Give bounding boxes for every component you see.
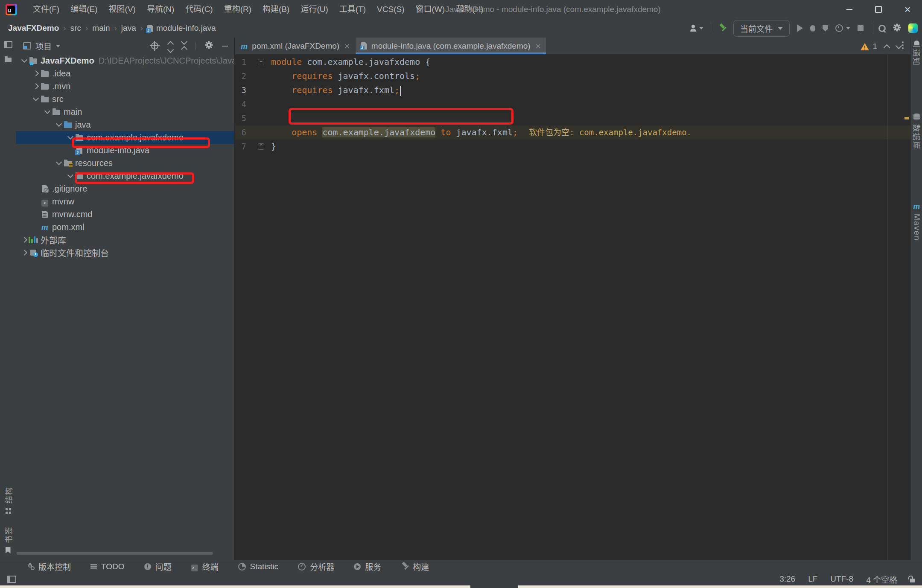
collapse-all-icon[interactable] [182,41,187,52]
chevron-down-icon[interactable] [21,57,27,63]
tree-row[interactable]: .idea [16,67,234,80]
tree-row[interactable]: mvnw.cmd [16,208,234,221]
expand-all-icon[interactable] [168,40,173,52]
chevron-down-icon[interactable] [44,108,50,114]
locate-file-icon[interactable] [151,42,158,49]
code-editor[interactable]: 1−module com.example.javafxdemo {2 requi… [235,54,910,560]
tab-close-icon[interactable]: × [344,42,350,50]
chevron-right-icon[interactable] [21,237,27,243]
tree-row[interactable]: java [16,118,234,131]
layout-widget-icon[interactable] [7,576,16,583]
close-button[interactable]: × [893,0,922,19]
previous-problem-icon[interactable] [884,44,890,51]
tree-row[interactable]: .mvn [16,80,234,93]
next-problem-icon[interactable] [896,42,902,49]
breadcrumb-item-5[interactable]: Jmodule-info.java [146,23,217,33]
tree-row[interactable]: src [16,93,234,105]
code-line-1[interactable]: 1−module com.example.javafxdemo { [235,55,910,69]
breadcrumb-item-2[interactable]: src [69,23,82,33]
toolwindow-button-7[interactable]: 服务 [354,561,381,572]
breadcrumb-item-4[interactable]: java [120,23,137,33]
menu-item-5[interactable]: 代码(C) [180,0,218,19]
menu-item-11[interactable]: 窗口(W) [410,0,450,19]
menu-item-9[interactable]: 工具(T) [334,0,371,19]
tree-row[interactable]: .gitignore [16,182,234,195]
tree-row[interactable]: resources [16,157,234,169]
horizontal-scrollbar[interactable] [17,552,213,555]
chevron-down-icon[interactable] [55,159,61,165]
toolwindow-button-3[interactable]: !问题 [144,561,172,572]
more-tabs-icon[interactable] [902,41,904,43]
toolwindow-button-4[interactable]: ›_终端 [191,561,219,572]
toolwindow-tab-3[interactable]: mMaven [911,202,922,241]
status-widget-3[interactable]: UTF-8 [830,574,853,584]
chevron-right-icon[interactable] [32,83,38,89]
editor-tab-2[interactable]: Jmodule-info.java (com.example.javafxdem… [356,38,546,54]
toolwindow-button-1[interactable]: 版本控制 [27,561,71,572]
code-line-2[interactable]: 2 requires javafx.controls; [235,69,910,83]
maximize-button[interactable] [864,0,893,19]
hide-panel-icon[interactable] [222,46,228,47]
unlock-icon[interactable] [910,579,915,582]
chevron-right-icon[interactable] [21,250,27,256]
tree-row[interactable]: main [16,105,234,118]
search-everywhere-button[interactable] [878,25,886,32]
toolwindow-tab-left-2[interactable]: 书签 [0,526,16,553]
status-widget-1[interactable]: 3:26 [779,574,795,584]
menu-item-3[interactable]: 视图(V) [103,0,141,19]
error-stripe-warning-mark[interactable] [904,117,909,119]
menu-item-1[interactable]: 文件(F) [27,0,65,19]
toolwindow-tab-1[interactable]: 通知 [911,40,922,66]
inspections-widget[interactable]: 1 [861,42,901,51]
stop-button[interactable] [858,25,864,31]
status-widget-2[interactable]: LF [808,574,817,584]
code-line-6[interactable]: 6 opens com.example.javafxdemo to javafx… [235,125,910,140]
build-hammer-button[interactable] [718,24,726,32]
toolwindow-tab-left-1[interactable]: 结构 [0,486,16,514]
tree-row[interactable]: ›mvnw [16,195,234,208]
menu-item-6[interactable]: 重构(R) [219,0,257,19]
toolwindow-button-6[interactable]: 分析器 [298,561,334,572]
status-widget-4[interactable]: 4 个空格 [866,573,897,585]
code-line-7[interactable]: 7^} [235,140,910,154]
profile-button[interactable] [689,25,703,32]
chevron-down-icon[interactable] [55,121,61,127]
project-view-select[interactable]: 项目 [23,40,60,52]
tree-row[interactable]: 外部库 [16,233,234,246]
tree-row[interactable]: 临时文件和控制台 [16,246,234,259]
debug-button[interactable] [810,25,815,32]
fold-collapse-icon[interactable]: − [258,59,264,65]
menu-item-4[interactable]: 导航(N) [141,0,180,19]
warning-counter[interactable]: 1 [861,42,877,51]
tree-row[interactable]: JavaFXDemoD:\IDEAProjects\JCNCProjects\J… [16,54,234,67]
project-panel-toolbar [150,38,228,54]
editor-tab-1[interactable]: mpom.xml (JavaFXDemo)× [235,38,356,54]
minimize-button[interactable] [835,0,864,19]
profile-run-button[interactable] [823,25,828,32]
tab-close-icon[interactable]: × [536,42,541,50]
coverage-button[interactable] [835,24,850,32]
run-button[interactable] [797,24,803,32]
menu-item-2[interactable]: 编辑(E) [65,0,103,19]
toolwindow-button-2[interactable]: TODO [90,562,125,571]
menu-item-10[interactable]: VCS(S) [371,0,410,19]
menu-item-7[interactable]: 构建(B) [257,0,295,19]
breadcrumb-item-3[interactable]: main [91,23,111,33]
breadcrumb-item-1[interactable]: JavaFXDemo [7,23,60,33]
toolwindow-tab-2[interactable]: 数据库 [911,114,922,150]
chevron-down-icon[interactable] [67,172,73,178]
project-toolwindow-button[interactable] [0,41,16,48]
toolwindow-button-5[interactable]: Statistic [238,562,279,571]
settings-button[interactable] [893,23,901,33]
code-line-3[interactable]: 3 requires javafx.fxml; [235,83,910,97]
gear-icon[interactable] [205,41,213,51]
chevron-down-icon[interactable] [32,95,38,101]
tree-row[interactable]: mpom.xml [16,221,234,233]
menu-item-8[interactable]: 运行(U) [295,0,333,19]
chevron-right-icon[interactable] [32,70,38,76]
commit-toolwindow-button[interactable] [0,56,16,62]
ai-assistant-button[interactable] [908,23,918,33]
run-configuration-select[interactable]: 当前文件 [733,20,790,37]
fold-end-icon[interactable]: ^ [258,143,264,150]
toolwindow-button-8[interactable]: 构建 [401,561,429,572]
